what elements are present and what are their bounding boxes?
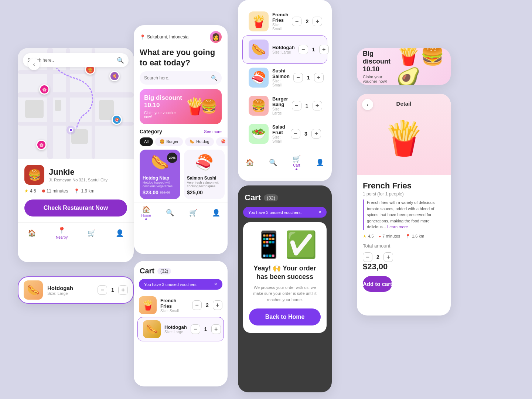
cat-sushi[interactable]: 🍣	[216, 137, 228, 146]
detail-qty-plus[interactable]: +	[383, 252, 393, 262]
qty-plus-button[interactable]: +	[118, 285, 128, 295]
home-search-input[interactable]	[144, 75, 208, 81]
small-hotdog-minus[interactable]: −	[191, 324, 200, 334]
cart-icon: 🛒	[88, 229, 96, 237]
food-hotdog-price: $23,00	[143, 190, 158, 195]
food-card-hotdog[interactable]: 🌭 20% Hotdog Ntap Hotdog topped with del…	[140, 150, 180, 199]
back-to-home-button[interactable]: Back to Home	[249, 308, 321, 325]
see-more-link[interactable]: See more	[204, 129, 222, 134]
fries-img: 🍟	[249, 11, 269, 31]
learn-more-link[interactable]: Learn more	[387, 225, 408, 229]
map-pin-5: 🍕	[109, 71, 120, 81]
cartlist-nav-cart[interactable]: 🛒 Cart	[293, 155, 301, 170]
success-illustration: 📱✅	[253, 229, 317, 260]
cart-item-salad: 🥗 Salad Fruit Size: Small − 3 +	[242, 120, 327, 148]
hotdog-minus[interactable]: −	[299, 45, 308, 54]
sushi-minus[interactable]: −	[293, 73, 303, 82]
small-fries-info: French Fries Size: Small	[160, 298, 188, 313]
detail-rating-val: 4,5	[368, 234, 374, 238]
panel-map: Jl.Nindulu 🍔 🌸 🍣 🌸 🍕 ‹ 🔍 🍔 Junkie Jl. Re…	[18, 48, 134, 262]
home-search-bar[interactable]: 🔍	[140, 71, 222, 85]
nav-profile[interactable]: 👤	[116, 229, 124, 237]
small-fries-plus[interactable]: +	[213, 300, 222, 310]
home-nav-home[interactable]: 🏠 Home	[141, 205, 151, 220]
nav-cart[interactable]: 🛒	[88, 229, 96, 237]
sushi-qty: − 1 +	[293, 73, 324, 82]
cartlist-search-icon: 🔍	[269, 158, 277, 167]
salad-plus[interactable]: +	[311, 129, 321, 139]
discount-banner[interactable]: Big discount10.10 Claim your voucher now…	[140, 89, 222, 124]
category-label: Category	[140, 129, 162, 134]
add-to-cart-row: − 2 +	[363, 252, 445, 262]
location-text: Sukabumi, Indonesia	[147, 34, 188, 40]
svg-rect-8	[99, 100, 114, 120]
map-back-button[interactable]: ‹	[28, 58, 40, 70]
panel-cart-list: 🍟 French Fries Size: Small − 2 + 🌭 Hotdo…	[238, 0, 332, 181]
hotdog-qty: − 1 +	[299, 45, 329, 54]
cat-all[interactable]: All	[140, 137, 153, 146]
fries-plus[interactable]: +	[313, 17, 322, 26]
cart-small-header: Cart (32)	[134, 261, 228, 279]
svg-rect-9	[71, 129, 88, 144]
add-to-cart-button[interactable]: Add to cart	[363, 276, 392, 292]
voucher-close-small[interactable]: ✕	[214, 282, 217, 287]
time-item: 11 minutes	[42, 188, 68, 194]
cart-success-header: Cart (32)	[238, 185, 332, 207]
fries-minus[interactable]: −	[292, 17, 301, 26]
home-nav-search[interactable]: 🔍	[166, 209, 174, 217]
salad-size-cart: Size: Small	[272, 135, 287, 143]
burger-size-cart: Size: Large	[272, 107, 288, 115]
home-nav-cart[interactable]: 🛒	[189, 209, 197, 217]
nav-nearby[interactable]: 📍 Nearby	[56, 226, 68, 239]
burger-qty-val: 1	[304, 103, 310, 109]
check-restaurant-button[interactable]: Check Restaurant Now	[24, 200, 127, 216]
hotdog-size: Size: Large	[47, 291, 93, 296]
search-icon-home: 🔍	[211, 75, 217, 81]
salad-minus[interactable]: −	[291, 129, 300, 139]
discount-burger-emoji: 🍔	[201, 99, 217, 114]
cartlist-home-icon: 🏠	[246, 158, 254, 167]
cartlist-nav-profile[interactable]: 👤	[316, 158, 324, 167]
map-search-input[interactable]	[27, 58, 114, 63]
small-fries-minus[interactable]: −	[192, 300, 202, 310]
user-avatar[interactable]: 👩	[210, 31, 222, 43]
detail-back-button[interactable]: ‹	[362, 99, 373, 110]
detail-distance: 📍 1,6 km	[405, 234, 424, 239]
burger-minus[interactable]: −	[292, 101, 301, 110]
home-icon: 🏠	[28, 229, 36, 237]
food-hotdog-old-price: $23.00	[160, 191, 170, 194]
small-fries-name: French Fries	[160, 298, 188, 309]
discount-card-sub: Claim your voucher now!	[363, 75, 393, 83]
home-nav-search-icon: 🔍	[166, 209, 174, 217]
restaurant-name: Junkie	[49, 167, 108, 177]
hotdog-plus[interactable]: +	[319, 45, 329, 54]
discount-title: Big discount10.10	[144, 94, 185, 109]
qty-minus-button[interactable]: −	[98, 285, 107, 295]
food-card-sushi[interactable]: 🍣 Salmon Sushi Very fresh salmon with co…	[184, 150, 225, 199]
cartlist-profile-icon: 👤	[316, 158, 324, 167]
map-pin-3: 🍣	[112, 115, 122, 125]
discount-food-icons: 🍟🍔🥑	[396, 48, 445, 85]
sushi-plus[interactable]: +	[314, 73, 324, 82]
cat-burger[interactable]: 🍔 Burger	[155, 137, 183, 146]
cart-small-title: Cart	[140, 267, 154, 275]
home-nav-profile-icon: 👤	[212, 209, 220, 217]
detail-qty-minus[interactable]: −	[363, 252, 372, 262]
success-title: Yeay! 🙌 Your orderhas been success	[253, 264, 316, 282]
cartlist-nav-search[interactable]: 🔍	[269, 158, 277, 167]
small-hotdog-plus[interactable]: +	[211, 324, 221, 334]
voucher-bar-small[interactable]: You have 3 unused vouchers. ✕	[139, 279, 222, 290]
panel-discount[interactable]: Big discount10.10 Claim your voucher now…	[357, 48, 451, 85]
burger-plus[interactable]: +	[313, 101, 322, 110]
detail-time-val: 7 minutes	[382, 234, 400, 238]
home-nav-profile[interactable]: 👤	[212, 209, 220, 217]
cat-hotdog[interactable]: 🌭 Hotdog	[185, 137, 214, 146]
nav-active-dot	[145, 218, 147, 220]
voucher-bar-dark[interactable]: You have 3 unused vouchers. ✕	[243, 207, 327, 218]
nav-home[interactable]: 🏠	[28, 229, 36, 237]
panel-cart-success: Cart (32) You have 3 unused vouchers. ✕ …	[238, 185, 332, 392]
voucher-close-icon[interactable]: ✕	[318, 210, 321, 215]
home-title: What are you goingto eat today?	[134, 46, 228, 71]
restaurant-address: Jl. Remeyan No 321, Santui City	[49, 178, 108, 182]
cartlist-nav-home[interactable]: 🏠	[246, 158, 254, 167]
